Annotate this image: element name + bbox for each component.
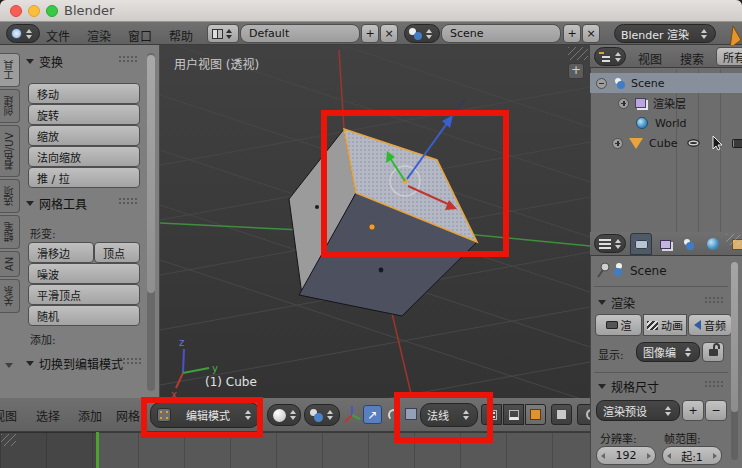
rotate-button[interactable]: 旋转	[28, 104, 140, 125]
expand-icon[interactable]	[618, 98, 629, 109]
panel-grip-icon[interactable]	[704, 380, 724, 388]
tab-grease-pencil[interactable]: 蜡笔	[0, 215, 20, 249]
outliner-item-label[interactable]: Cube	[649, 137, 677, 150]
limit-to-visible-button[interactable]	[551, 404, 572, 425]
pin-icon[interactable]	[596, 262, 610, 278]
corner-resize-handle[interactable]	[1, 434, 16, 446]
tab-render-layers[interactable]	[654, 233, 676, 255]
slide-edge-button[interactable]: 滑移边	[28, 242, 94, 263]
scrollbar-thumb[interactable]	[731, 262, 738, 412]
display-mode-dropdown[interactable]: 图像编	[636, 342, 700, 362]
editor-type-dropdown[interactable]	[6, 24, 40, 43]
current-frame-indicator[interactable]	[96, 432, 99, 468]
scene-name-field[interactable]: Scene	[441, 24, 561, 43]
close-window-icon[interactable]	[10, 5, 22, 17]
transform-panel-header[interactable]: 变换	[26, 53, 63, 70]
edit-mode-panel-header[interactable]: 切换到编辑模式	[26, 355, 123, 372]
chevron-down-icon[interactable]	[5, 363, 13, 368]
frame-start-slider[interactable]: 起:1	[662, 446, 722, 465]
outliner-row-cube[interactable]: Cube	[590, 133, 742, 153]
panel-grip-icon[interactable]	[122, 357, 142, 365]
move-button[interactable]: 移动	[28, 83, 140, 104]
delete-scene-button[interactable]: ×	[582, 24, 600, 43]
scene-dropdown[interactable]	[404, 24, 440, 43]
tab-relations[interactable]: 关系	[0, 279, 20, 313]
panel-grip-icon[interactable]	[118, 55, 138, 63]
outliner-item-label[interactable]: World	[655, 117, 687, 130]
timeline[interactable]	[0, 432, 590, 468]
increment-icon[interactable]	[647, 453, 651, 459]
add-scene-button[interactable]: +	[563, 24, 581, 43]
decrement-icon[interactable]	[601, 453, 605, 459]
outliner-item-label[interactable]: 渲染层	[653, 95, 686, 111]
editor-type-dropdown[interactable]	[594, 234, 626, 253]
delete-layout-button[interactable]: ×	[380, 24, 398, 43]
menu-help[interactable]: 帮助	[169, 27, 193, 44]
smooth-vertex-button[interactable]: 平滑顶点	[28, 284, 140, 305]
slide-vertex-button[interactable]: 顶点	[94, 242, 140, 263]
scrollbar-thumb[interactable]	[147, 55, 155, 293]
tab-tools[interactable]: 工具	[0, 53, 20, 87]
tab-world[interactable]	[702, 233, 724, 255]
render-animation-button[interactable]: 动画	[643, 314, 687, 336]
menu-file[interactable]: 文件	[46, 27, 70, 44]
increment-icon[interactable]	[713, 453, 717, 459]
edge-select-button[interactable]	[503, 404, 524, 425]
expand-icon[interactable]	[612, 138, 623, 149]
outliner-row-render-layers[interactable]: 渲染层	[590, 93, 742, 113]
region-expand-button[interactable]: +	[568, 63, 584, 79]
outliner-item-label[interactable]: Scene	[631, 77, 665, 90]
outliner-scope-dropdown[interactable]: 所有场景	[716, 47, 742, 66]
mesh-tools-panel-header[interactable]: 网格工具	[26, 195, 87, 212]
noise-button[interactable]: 噪波	[28, 263, 140, 284]
manipulator-translate-button[interactable]: ↗	[363, 405, 382, 424]
proportional-edit-dropdown[interactable]	[577, 404, 590, 425]
render-audio-button[interactable]: 音频	[688, 314, 732, 336]
tab-an[interactable]: AN	[0, 251, 20, 277]
menu-select[interactable]: 选择	[36, 407, 60, 424]
tab-render[interactable]	[630, 233, 652, 255]
face-center-dot[interactable]	[379, 268, 384, 273]
decrement-icon[interactable]	[667, 453, 671, 459]
corner-resize-handle[interactable]	[726, 234, 740, 245]
push-pull-button[interactable]: 推 / 拉	[28, 167, 140, 188]
render-button[interactable]: 渲	[595, 314, 642, 336]
render-presets-dropdown[interactable]: 渲染预设	[596, 400, 680, 421]
dimensions-panel-header[interactable]: 规格尺寸	[598, 378, 659, 395]
tab-shading-uv[interactable]: 着色/UV	[0, 125, 20, 177]
menu-add[interactable]: 添加	[78, 407, 102, 424]
editor-type-dropdown[interactable]	[594, 47, 626, 66]
tab-scene[interactable]	[678, 233, 700, 255]
pivot-point-dropdown[interactable]	[304, 404, 340, 426]
face-select-button[interactable]	[525, 404, 546, 425]
shrink-fatten-button[interactable]: 法向缩放	[28, 146, 140, 167]
viewport-shading-dropdown[interactable]	[267, 404, 301, 426]
manipulator-axis-icon[interactable]	[344, 405, 361, 424]
outliner-row-scene[interactable]: Scene	[590, 73, 742, 93]
outliner-row-world[interactable]: World	[590, 113, 742, 133]
corner-resize-handle[interactable]	[568, 47, 588, 60]
render-panel-header[interactable]: 渲染	[598, 294, 635, 311]
scrollbar[interactable]	[147, 53, 155, 391]
maximize-window-icon[interactable]	[46, 5, 58, 17]
menu-view[interactable]: 视图	[638, 50, 662, 67]
screen-layout-dropdown[interactable]	[207, 24, 239, 43]
menu-search[interactable]: 搜索	[680, 50, 704, 67]
render-engine-dropdown[interactable]: Blender 渲染	[614, 24, 716, 43]
randomize-button[interactable]: 随机	[28, 305, 140, 326]
renderable-camera-icon[interactable]	[732, 139, 742, 148]
menu-view[interactable]: 视图	[0, 407, 17, 424]
scale-button[interactable]: 缩放	[28, 125, 140, 146]
add-layout-button[interactable]: +	[361, 24, 379, 43]
visibility-eye-icon[interactable]	[687, 139, 700, 147]
lock-interface-button[interactable]	[702, 342, 724, 362]
tab-options[interactable]: 选项	[0, 179, 20, 213]
screen-layout-field[interactable]: Default	[240, 24, 360, 43]
panel-grip-icon[interactable]	[704, 296, 724, 304]
add-preset-button[interactable]: +	[682, 400, 704, 421]
collapse-icon[interactable]	[596, 78, 607, 89]
face-center-dot[interactable]	[315, 205, 319, 209]
menu-render[interactable]: 渲染	[87, 27, 111, 44]
tab-create[interactable]: 创建	[0, 89, 20, 123]
menu-window[interactable]: 窗口	[128, 27, 152, 44]
